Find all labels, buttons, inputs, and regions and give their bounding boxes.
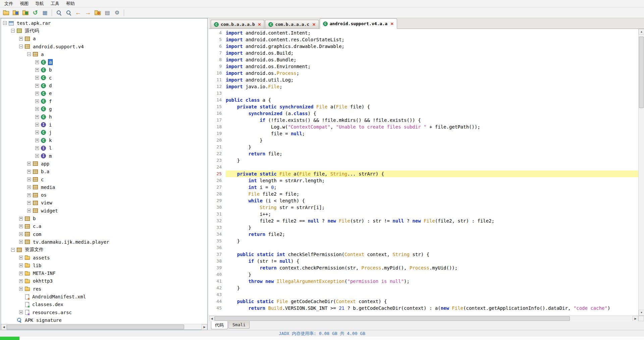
- expander-plus-icon[interactable]: +: [19, 279, 23, 283]
- expander-minus-icon[interactable]: −: [11, 29, 15, 33]
- tree-item-j[interactable]: +Cj: [1, 129, 207, 136]
- tree-item-d[interactable]: +Cd: [1, 82, 207, 89]
- editor-tab-com-b-a-a-a-b[interactable]: Ccom.b.a.a.a.b×: [211, 20, 264, 29]
- toolbar-button-export[interactable]: ▦: [41, 8, 49, 17]
- tree-item-lib[interactable]: +lib: [1, 261, 207, 269]
- tree-item-meta-inf[interactable]: +META-INF: [1, 270, 207, 277]
- expander-plus-icon[interactable]: +: [19, 272, 23, 275]
- expander-minus-icon[interactable]: −: [3, 21, 7, 25]
- toolbar-button-back[interactable]: ←: [74, 8, 83, 17]
- expander-plus-icon[interactable]: +: [35, 115, 39, 119]
- editor-vertical-scrollbar[interactable]: ▲ ▼: [638, 29, 644, 315]
- tree-item-i[interactable]: +Ii: [1, 121, 207, 129]
- scroll-left-icon[interactable]: ◀: [1, 324, 7, 330]
- tree-item-classes-dex[interactable]: classes.dex: [1, 301, 207, 308]
- tree-item-a[interactable]: −a: [1, 50, 207, 58]
- tree-item-l[interactable]: +Il: [1, 144, 207, 152]
- expander-plus-icon[interactable]: +: [35, 99, 39, 103]
- tree-item-b[interactable]: +Cb: [1, 66, 207, 74]
- tree-item-c[interactable]: +Cc: [1, 74, 207, 82]
- menu-navigation[interactable]: 导航: [32, 0, 47, 7]
- expander-plus-icon[interactable]: +: [27, 193, 31, 197]
- toolbar-button-preferences[interactable]: ⚙: [113, 8, 121, 17]
- toolbar-button-open-project[interactable]: [11, 8, 20, 17]
- tree-item-view[interactable]: +view: [1, 199, 207, 207]
- expander-plus-icon[interactable]: +: [35, 107, 39, 111]
- editor-horizontal-scrollbar[interactable]: ◀ ▶: [209, 315, 644, 321]
- menu-file[interactable]: 文件: [1, 0, 16, 7]
- close-tab-icon[interactable]: ×: [258, 22, 261, 27]
- expander-plus-icon[interactable]: +: [27, 178, 31, 181]
- tree-item-widget[interactable]: +widget: [1, 207, 207, 214]
- tree-item-test-apk-rar[interactable]: −test.apk.rar: [1, 19, 207, 27]
- expander-plus-icon[interactable]: +: [19, 263, 23, 267]
- expander-plus-icon[interactable]: +: [27, 162, 31, 165]
- expander-plus-icon[interactable]: +: [35, 154, 39, 158]
- tree-item-a[interactable]: +Ca: [1, 58, 207, 66]
- expander-minus-icon[interactable]: −: [27, 52, 31, 56]
- expander-plus-icon[interactable]: +: [35, 131, 39, 134]
- toolbar-button-open-file[interactable]: [2, 8, 10, 17]
- tree-item-res[interactable]: +res: [1, 285, 207, 293]
- menu-help[interactable]: 帮助: [63, 0, 78, 7]
- expander-plus-icon[interactable]: +: [19, 256, 23, 259]
- expander-minus-icon[interactable]: −: [19, 45, 23, 48]
- close-tab-icon[interactable]: ×: [390, 21, 394, 27]
- expander-plus-icon[interactable]: +: [35, 60, 39, 64]
- menu-view[interactable]: 视图: [17, 0, 32, 7]
- tree-item-h[interactable]: +Ch: [1, 113, 207, 121]
- view-tab-smali[interactable]: Smali: [228, 321, 250, 329]
- scrollbar-thumb[interactable]: [215, 316, 570, 321]
- tree-item-m[interactable]: +Im: [1, 152, 207, 160]
- tree-item-apk-signature[interactable]: APK signature: [1, 316, 207, 324]
- scroll-right-icon[interactable]: ▶: [633, 316, 638, 322]
- expander-plus-icon[interactable]: +: [27, 170, 31, 174]
- tree-item-android-support-v4[interactable]: −android.support.v4: [1, 43, 207, 50]
- tree-item-b-a[interactable]: +b.a: [1, 168, 207, 176]
- expander-plus-icon[interactable]: +: [19, 287, 23, 291]
- scroll-up-icon[interactable]: ▲: [639, 29, 644, 35]
- tree-item-c[interactable]: +c: [1, 176, 207, 183]
- tree-item-com[interactable]: +com: [1, 230, 207, 238]
- tree-item-item[interactable]: −资源文件: [1, 246, 207, 254]
- expander-plus-icon[interactable]: +: [27, 185, 31, 189]
- scroll-left-icon[interactable]: ◀: [209, 316, 215, 322]
- tree-item-item[interactable]: −源代码: [1, 27, 207, 35]
- tree-item-resources-arsc[interactable]: +resources.arsc: [1, 308, 207, 316]
- editor-tab-android-support-v4-a-a[interactable]: Candroid.support.v4.a.a×: [320, 18, 397, 29]
- toolbar-button-search-text[interactable]: [54, 8, 63, 17]
- expander-plus-icon[interactable]: +: [35, 76, 39, 80]
- expander-plus-icon[interactable]: +: [19, 225, 23, 228]
- expander-plus-icon[interactable]: +: [27, 209, 31, 212]
- project-tree[interactable]: −test.apk.rar−源代码+a−android.support.v4−a…: [1, 18, 207, 324]
- expander-plus-icon[interactable]: +: [19, 217, 23, 221]
- scroll-down-icon[interactable]: ▼: [639, 310, 644, 315]
- menu-tools[interactable]: 工具: [48, 0, 62, 7]
- close-tab-icon[interactable]: ×: [312, 22, 316, 27]
- expander-plus-icon[interactable]: +: [35, 92, 39, 95]
- expander-plus-icon[interactable]: +: [27, 201, 31, 205]
- tree-item-c-a[interactable]: +c.a: [1, 223, 207, 230]
- expander-plus-icon[interactable]: +: [19, 232, 23, 236]
- tree-item-assets[interactable]: +assets: [1, 254, 207, 261]
- expander-plus-icon[interactable]: +: [19, 37, 23, 41]
- editor-tab-com-b-a-a-a-c[interactable]: Ccom.b.a.a.a.c×: [265, 20, 319, 29]
- tree-item-app[interactable]: +app: [1, 160, 207, 167]
- tree-item-f[interactable]: +Cf: [1, 97, 207, 105]
- toolbar-button-log-viewer[interactable]: ▤: [103, 8, 112, 17]
- tree-item-k[interactable]: +Ck: [1, 136, 207, 144]
- tree-item-okhttp3[interactable]: +okhttp3: [1, 277, 207, 285]
- expander-plus-icon[interactable]: +: [19, 310, 23, 314]
- tree-item-tv-danmaku-ijk-media-player[interactable]: +tv.danmaku.ijk.media.player: [1, 238, 207, 246]
- expander-plus-icon[interactable]: +: [35, 123, 39, 127]
- expander-plus-icon[interactable]: +: [35, 68, 39, 72]
- expander-plus-icon[interactable]: +: [35, 84, 39, 88]
- view-tab-item[interactable]: 代码: [211, 321, 228, 329]
- expander-plus-icon[interactable]: +: [19, 240, 23, 244]
- tree-item-b[interactable]: +b: [1, 214, 207, 222]
- scrollbar-thumb[interactable]: [7, 325, 184, 329]
- tree-item-g[interactable]: +Cg: [1, 105, 207, 113]
- scrollbar-thumb[interactable]: [639, 37, 644, 108]
- toolbar-button-reload[interactable]: ↺: [31, 8, 40, 17]
- tree-item-media[interactable]: +media: [1, 183, 207, 191]
